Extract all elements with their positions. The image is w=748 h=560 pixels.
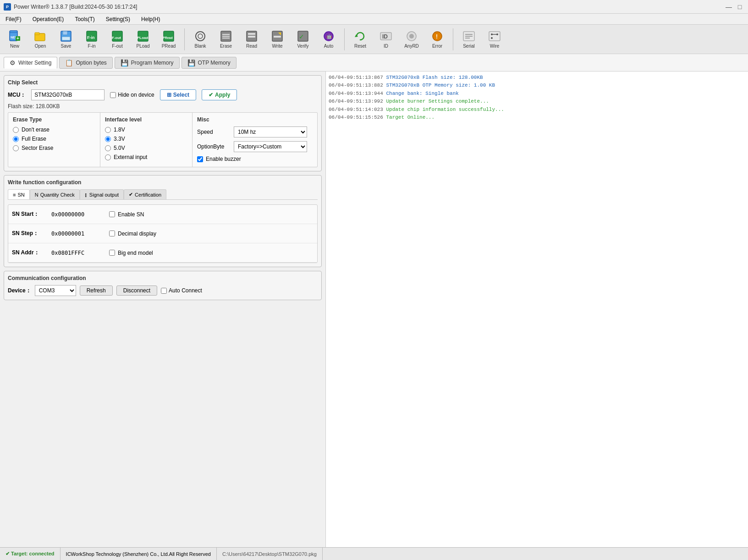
auto-connect-checkbox[interactable] <box>161 288 167 294</box>
tool-write[interactable]: Write <box>265 27 289 52</box>
iface-1v8-radio[interactable] <box>105 127 111 133</box>
tool-fout[interactable]: F-out F-out <box>105 27 129 52</box>
menu-help[interactable]: Help(H) <box>139 15 162 23</box>
iface-5v0-radio[interactable] <box>105 145 111 151</box>
status-connected-item: ✔ Target: connected <box>0 548 60 560</box>
interface-level-title: Interface level <box>105 116 187 123</box>
iface-ext-input[interactable]: External input <box>105 154 187 160</box>
tab-otp-memory[interactable]: 💾 OTP Memory <box>182 57 236 69</box>
enable-sn-row[interactable]: Enable SN <box>109 211 144 218</box>
writer-setting-icon: ⚙ <box>10 59 16 66</box>
apply-button[interactable]: ✔ Apply <box>202 89 237 100</box>
chip-select-section: Chip Select MCU： Hide on device ⊞ Select… <box>4 75 322 171</box>
wf-tab-signal-output[interactable]: ⫿ Signal output <box>80 189 124 199</box>
iface-3v3-label: 3.3V <box>114 136 125 142</box>
tab-writer-setting[interactable]: ⚙ Writer Setting <box>4 57 57 69</box>
disconnect-button[interactable]: Disconnect <box>116 285 157 296</box>
tool-pload[interactable]: PLoad PLoad <box>131 27 155 52</box>
maximize-button[interactable]: □ <box>735 3 744 11</box>
tab-option-bytes-label: Option bytes <box>76 60 106 66</box>
wf-tab-quantity-check[interactable]: N Quantity Check <box>30 189 80 199</box>
pload-icon: PLoad <box>137 30 149 43</box>
device-select[interactable]: COM3 COM1 COM2 COM4 <box>35 285 76 296</box>
menu-operation[interactable]: Operation(E) <box>31 15 66 23</box>
tool-new-label: New <box>10 44 19 49</box>
decimal-display-row[interactable]: Decimal display <box>109 231 156 237</box>
erase-full-erase[interactable]: Full Erase <box>13 136 95 142</box>
tab-program-memory[interactable]: 💾 Program Memory <box>115 57 180 69</box>
tool-error-label: Error <box>432 44 442 49</box>
hide-on-device-checkbox[interactable] <box>110 92 116 98</box>
tool-serial[interactable]: Serial <box>457 27 481 52</box>
anyrd-icon <box>405 30 418 43</box>
iface-ext-input-radio[interactable] <box>105 154 111 160</box>
erase-sector-erase-radio[interactable] <box>13 145 19 151</box>
tool-open[interactable]: Open <box>28 27 52 52</box>
iface-3v3-radio[interactable] <box>105 136 111 142</box>
tool-blank[interactable]: Blank <box>188 27 212 52</box>
erase-type-section: Erase Type Don't erase Full Erase Sector… <box>8 113 100 167</box>
tool-new[interactable]: NEW+ New <box>3 27 27 52</box>
svg-rect-6 <box>35 33 39 35</box>
speed-select[interactable]: 10M hz 1M hz 5M hz 20M hz <box>234 126 307 137</box>
tool-reset[interactable]: Reset <box>348 27 372 52</box>
tool-pread[interactable]: PRead PRead <box>157 27 181 52</box>
tool-read[interactable]: Read <box>240 27 264 52</box>
menu-setting[interactable]: Setting(S) <box>104 15 132 23</box>
tool-anyrd-label: AnyRD <box>404 44 419 49</box>
device-label: Device： <box>8 287 31 295</box>
enable-buzzer-checkbox[interactable] <box>197 156 203 162</box>
menu-tools[interactable]: Tools(T) <box>73 15 96 23</box>
option-byte-select[interactable]: Factory=>Custom Keep Factory <box>234 141 307 152</box>
erase-full-erase-radio[interactable] <box>13 136 19 142</box>
write-func-tabs: ≡ SN N Quantity Check ⫿ Signal output ✔ … <box>8 189 318 200</box>
speed-row: Speed 10M hz 1M hz 5M hz 20M hz <box>197 126 313 137</box>
log-line-3: 06/04-09:51:13:992 Update burner Setting… <box>329 98 745 105</box>
tool-erase[interactable]: Erase <box>214 27 238 52</box>
apply-button-label: Apply <box>215 92 230 98</box>
iface-3v3[interactable]: 3.3V <box>105 136 187 142</box>
enable-buzzer-row[interactable]: Enable buzzer <box>197 156 313 162</box>
minimize-button[interactable]: — <box>724 3 733 11</box>
auto-connect-row[interactable]: Auto Connect <box>161 287 202 294</box>
interface-level-section: Interface level 1.8V 3.3V 5.0V <box>100 113 192 167</box>
wf-tab-certification[interactable]: ✔ Certification <box>124 189 166 199</box>
tool-save-label: Save <box>61 44 72 49</box>
tool-wire-label: Wire <box>490 44 500 49</box>
refresh-button[interactable]: Refresh <box>80 285 113 296</box>
tool-auto-label: Auto <box>324 44 334 49</box>
tool-verify[interactable]: ✓ Verify <box>291 27 315 52</box>
mcu-input[interactable] <box>31 89 104 100</box>
tool-pread-label: PRead <box>162 44 176 49</box>
erase-dont-erase[interactable]: Don't erase <box>13 126 95 133</box>
sn-start-row: SN Start： 0x00000000 Enable SN <box>8 205 317 224</box>
tool-auto[interactable]: 🤖 Auto <box>317 27 341 52</box>
tool-wire[interactable]: Wire <box>483 27 506 52</box>
app-icon: P <box>4 3 11 11</box>
tool-save[interactable]: Save <box>54 27 78 52</box>
erase-sector-erase[interactable]: Sector Erase <box>13 145 95 151</box>
apply-icon: ✔ <box>209 92 213 98</box>
tool-read-label: Read <box>246 44 257 49</box>
iface-1v8[interactable]: 1.8V <box>105 126 187 133</box>
iface-5v0[interactable]: 5.0V <box>105 145 187 151</box>
select-button[interactable]: ⊞ Select <box>160 89 196 100</box>
enable-sn-checkbox[interactable] <box>109 211 115 217</box>
tool-id[interactable]: ID ID <box>374 27 398 52</box>
new-icon: NEW+ <box>8 30 21 43</box>
big-end-model-checkbox[interactable] <box>109 250 115 256</box>
tool-anyrd[interactable]: AnyRD <box>400 27 424 52</box>
tool-error[interactable]: ! Error <box>425 27 449 52</box>
tab-option-bytes[interactable]: 📋 Option bytes <box>59 57 112 69</box>
log-text-2: Change bank: Single bank <box>383 91 459 96</box>
wf-tab-sn[interactable]: ≡ SN <box>8 189 30 199</box>
big-end-model-row[interactable]: Big end model <box>109 250 153 256</box>
log-line-4: 06/04-09:51:14:023 Update chip informati… <box>329 106 745 113</box>
log-line-2: 06/04-09:51:13:944 Change bank: Single b… <box>329 90 745 97</box>
erase-dont-erase-radio[interactable] <box>13 127 19 133</box>
menu-file[interactable]: File(F) <box>4 15 23 23</box>
decimal-display-checkbox[interactable] <box>109 231 115 236</box>
tool-fin-label: F-in <box>88 44 95 49</box>
tool-fin[interactable]: F-in F-in <box>80 27 104 52</box>
hide-on-device-row[interactable]: Hide on device <box>110 92 154 98</box>
